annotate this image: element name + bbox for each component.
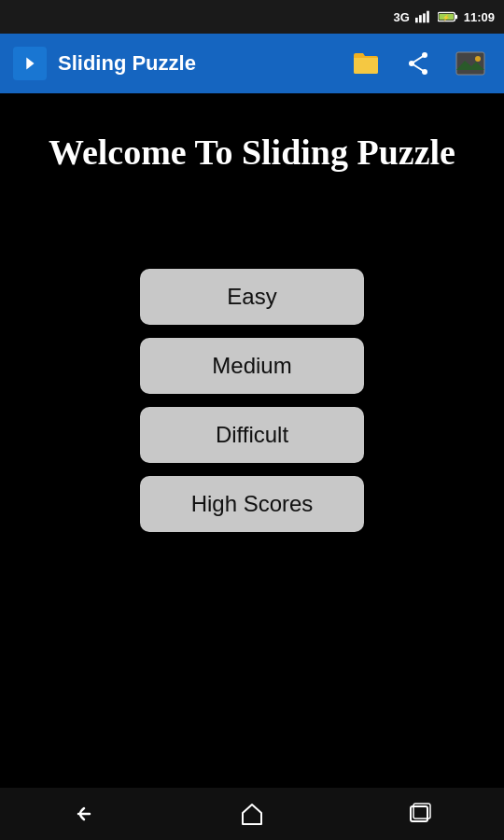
high-scores-button[interactable]: High Scores <box>140 476 364 532</box>
svg-rect-5 <box>455 15 457 20</box>
main-content: Welcome To Sliding Puzzle Easy Medium Di… <box>0 93 504 788</box>
svg-rect-0 <box>415 18 418 22</box>
app-logo-icon <box>13 47 47 80</box>
svg-text:⚡: ⚡ <box>442 14 450 21</box>
folder-icon <box>352 51 380 76</box>
home-button[interactable] <box>224 793 280 834</box>
share-button[interactable] <box>398 43 439 84</box>
svg-line-11 <box>412 55 425 63</box>
svg-point-15 <box>475 56 481 62</box>
battery-icon: ⚡ <box>438 10 458 23</box>
svg-rect-1 <box>419 15 422 22</box>
back-icon <box>71 803 97 825</box>
app-title: Sliding Puzzle <box>58 51 334 76</box>
svg-rect-2 <box>423 13 426 22</box>
folder-button[interactable] <box>345 43 386 84</box>
home-icon <box>239 802 265 826</box>
svg-rect-3 <box>427 11 429 23</box>
medium-button[interactable]: Medium <box>140 338 364 394</box>
easy-button[interactable]: Easy <box>140 269 364 325</box>
status-bar: 3G ⚡ 11:09 <box>0 0 504 34</box>
time-label: 11:09 <box>464 10 495 24</box>
arrow-icon <box>20 53 40 74</box>
app-bar: Sliding Puzzle <box>0 34 504 93</box>
difficult-button[interactable]: Difficult <box>140 407 364 463</box>
svg-line-12 <box>412 63 425 72</box>
share-icon <box>406 51 430 76</box>
recents-button[interactable] <box>392 793 448 834</box>
image-icon <box>455 51 485 76</box>
image-button[interactable] <box>450 43 491 84</box>
nav-bar <box>0 788 504 840</box>
network-label: 3G <box>393 10 409 24</box>
signal-icon <box>415 10 432 23</box>
svg-rect-13 <box>456 52 484 75</box>
recents-icon <box>408 802 432 826</box>
welcome-title: Welcome To Sliding Puzzle <box>49 131 455 175</box>
back-button[interactable] <box>56 793 112 834</box>
